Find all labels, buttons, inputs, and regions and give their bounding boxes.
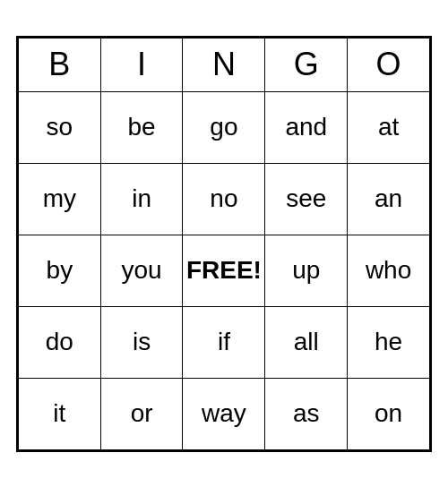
- cell-r3-c0: do: [19, 306, 101, 378]
- cell-r2-c4: who: [348, 235, 430, 306]
- cell-r2-c3: up: [265, 235, 348, 306]
- cell-r2-c1: you: [100, 235, 183, 306]
- table-row: byyouFREE!upwho: [19, 235, 430, 306]
- header-cell-b: B: [19, 38, 101, 91]
- cell-r3-c2: if: [183, 306, 265, 378]
- header-cell-g: G: [265, 38, 348, 91]
- header-row: BINGO: [19, 38, 430, 91]
- cell-r4-c3: as: [265, 378, 348, 449]
- bingo-card: BINGO sobegoandatmyinnoseeanbyyouFREE!up…: [16, 36, 432, 452]
- cell-r1-c1: in: [100, 163, 183, 235]
- cell-r1-c3: see: [265, 163, 348, 235]
- cell-r2-c0: by: [19, 235, 101, 306]
- table-row: doisifallhe: [19, 306, 430, 378]
- cell-r1-c2: no: [183, 163, 265, 235]
- header-cell-i: I: [100, 38, 183, 91]
- cell-r0-c3: and: [265, 91, 348, 163]
- table-row: itorwayason: [19, 378, 430, 449]
- cell-r1-c0: my: [19, 163, 101, 235]
- cell-r2-c2: FREE!: [183, 235, 265, 306]
- cell-r4-c2: way: [183, 378, 265, 449]
- cell-r4-c0: it: [19, 378, 101, 449]
- cell-r0-c0: so: [19, 91, 101, 163]
- cell-r1-c4: an: [348, 163, 430, 235]
- cell-r0-c2: go: [183, 91, 265, 163]
- cell-r0-c1: be: [100, 91, 183, 163]
- cell-r3-c4: he: [348, 306, 430, 378]
- table-row: sobegoandat: [19, 91, 430, 163]
- header-cell-o: O: [348, 38, 430, 91]
- cell-r3-c3: all: [265, 306, 348, 378]
- cell-r4-c1: or: [100, 378, 183, 449]
- cell-r4-c4: on: [348, 378, 430, 449]
- cell-r0-c4: at: [348, 91, 430, 163]
- header-cell-n: N: [183, 38, 265, 91]
- table-row: myinnoseean: [19, 163, 430, 235]
- cell-r3-c1: is: [100, 306, 183, 378]
- bingo-table: BINGO sobegoandatmyinnoseeanbyyouFREE!up…: [18, 38, 430, 450]
